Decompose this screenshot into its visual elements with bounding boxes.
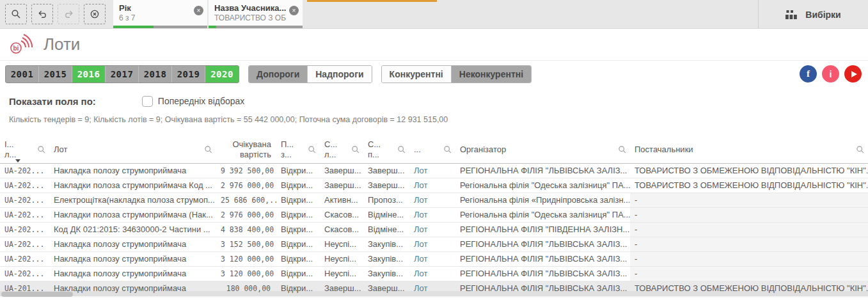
cell-procedure-status[interactable]: Відміне... [363,222,409,237]
cell-lot[interactable]: Накладка полозу струмоприймача [49,163,216,178]
column-header-suppliers[interactable]: Постачальники [630,136,868,163]
cell-procedure[interactable]: Відкри... [276,193,320,207]
cell-lot[interactable]: Накладка полозу струмоприймача [49,251,216,266]
cell-lot-status[interactable]: Активн... [320,193,363,207]
selections-tool-button[interactable]: Вибірки [758,0,868,29]
column-search-icon[interactable] [37,145,46,154]
cell-lot-status[interactable]: Скасов... [320,222,363,237]
cell-procedure[interactable]: Відкри... [276,207,320,222]
cell-procedure[interactable]: Відкри... [276,251,320,266]
column-header-lot-status[interactable]: С...л... [320,136,363,163]
column-search-icon[interactable] [856,145,865,154]
column-search-icon[interactable] [351,145,360,154]
column-header-expected-value[interactable]: Очікуванавартість [216,136,276,163]
cell-lot-id[interactable]: UA-202... [0,178,49,193]
cell-organizer[interactable]: РЕГІОНАЛЬНА ФІЛІЯ "ЛЬВІВСЬКА ЗАЛІЗ... [455,163,630,178]
lot-link[interactable]: Лот [409,251,455,266]
column-header-procedure-status[interactable]: С...п... [363,136,409,163]
lot-link[interactable]: Лот [409,207,455,222]
year-button-2015[interactable]: 2015 [39,66,72,83]
threshold-button[interactable]: Надпороги [307,66,371,83]
cell-suppliers[interactable]: - [630,207,868,222]
filter-chip[interactable]: Назва Учасника...ТОВАРИСТВО З ОБ...× [209,0,303,28]
clear-selections-button[interactable] [84,4,106,24]
cell-lot[interactable]: Накладка полозу струмоприймача [49,266,216,281]
chip-close-icon[interactable]: × [289,6,299,15]
column-search-icon[interactable] [618,145,627,154]
column-header-organizer[interactable]: Організатор [455,136,630,163]
column-header-more[interactable]: ... [409,136,455,163]
cell-suppliers[interactable]: - [630,222,868,237]
cell-procedure[interactable]: Відкри... [276,237,320,251]
cell-procedure-status[interactable]: Відміне... [363,207,409,222]
cell-suppliers[interactable]: - [630,266,868,281]
table-row[interactable]: UA-202...Код ДК 021:2015: 34630000-2 Час… [0,222,868,237]
cell-lot-status[interactable]: Неуспі... [320,237,363,251]
cell-lot-status[interactable]: Неуспі... [320,251,363,266]
lot-link[interactable]: Лот [409,178,455,193]
competition-button[interactable]: Неконкурентні [451,66,531,83]
cell-procedure-status[interactable]: Пропоз... [363,193,409,207]
cell-organizer[interactable]: РЕГІОНАЛЬНА ФІЛІЯ "ЛЬВІВСЬКА ЗАЛІЗ... [455,251,630,266]
step-forward-button[interactable] [58,4,79,24]
cell-procedure[interactable]: Відкри... [276,266,320,281]
cell-lot-status[interactable]: Заверш... [320,163,363,178]
year-button-2018[interactable]: 2018 [139,66,172,83]
cell-organizer[interactable]: Регіональна філія «Придніпровська залізн… [455,193,630,207]
cell-procedure-status[interactable]: Заверш... [363,178,409,193]
lot-link[interactable]: Лот [409,193,455,207]
filter-chip[interactable]: Рік6 з 7× [113,0,207,28]
cell-procedure[interactable]: Відкри... [276,163,320,178]
cell-lot[interactable]: Накладка полозу струмоприймача [49,237,216,251]
info-icon[interactable]: i [822,65,839,83]
competition-button[interactable]: Конкурентні [382,66,451,83]
table-row[interactable]: UA-202...Накладка полозу струмоприймача3… [0,251,868,266]
cell-lot[interactable]: Накладки полоза струмоприймача Код ... [49,178,216,193]
cell-lot-status[interactable]: Заверш... [320,178,363,193]
scrollbar-thumb[interactable] [1,292,73,297]
prev-selections-checkbox[interactable] [142,96,153,107]
facebook-icon[interactable]: f [800,65,817,83]
cell-procedure-status[interactable]: Закупів... [363,237,409,251]
column-header-lot[interactable]: Лот [49,136,216,163]
cell-procedure[interactable]: Відкри... [276,178,320,193]
cell-lot[interactable]: Електрощітка(накладка полоза струмоп... [49,193,216,207]
column-search-icon[interactable] [397,145,406,154]
youtube-icon[interactable] [844,65,862,83]
cell-lot-id[interactable]: UA-202... [0,237,49,251]
cell-organizer[interactable]: Регіональна філія "Одеська залізниця" ПА… [455,178,630,193]
cell-suppliers[interactable]: ТОВАРИСТВО З ОБМЕЖЕНОЮ ВІДПОВІДАЛЬНІСТЮ … [630,178,868,193]
cell-lot-id[interactable]: UA-202... [0,163,49,178]
horizontal-scrollbar[interactable] [0,291,868,297]
lot-link[interactable]: Лот [409,266,455,281]
column-header-lot-id[interactable]: І...л... [0,136,49,163]
column-search-icon[interactable] [443,145,452,154]
cell-procedure-status[interactable]: Закупів... [363,266,409,281]
cell-procedure[interactable]: Відкри... [276,222,320,237]
cell-suppliers[interactable]: - [630,193,868,207]
year-button-2017[interactable]: 2017 [106,66,139,83]
year-button-2019[interactable]: 2019 [172,66,205,83]
cell-procedure-status[interactable]: Закупів... [363,251,409,266]
year-button-2016[interactable]: 2016 [72,66,106,83]
table-row[interactable]: UA-202...Накладки полоза струмоприймача … [0,178,868,193]
cell-lot-id[interactable]: UA-202... [0,222,49,237]
table-row[interactable]: UA-202...Електрощітка(накладка полоза ст… [0,193,868,207]
table-row[interactable]: UA-202...Накладка полозу струмоприймача3… [0,266,868,281]
chip-close-icon[interactable]: × [194,6,203,15]
cell-suppliers[interactable]: ТОВАРИСТВО З ОБМЕЖЕНОЮ ВІДПОВІДАЛЬНІСТЮ … [630,163,868,178]
column-header-procedure[interactable]: П...з... [276,136,320,163]
cell-lot-id[interactable]: UA-202... [0,193,49,207]
cell-lot-status[interactable]: Скасов... [320,207,363,222]
lot-link[interactable]: Лот [409,222,455,237]
cell-lot-status[interactable]: Неуспі... [320,266,363,281]
cell-organizer[interactable]: Регіональна філія "Одеська залізниця" ПА… [455,207,630,222]
smart-search-button[interactable] [5,4,27,24]
cell-organizer[interactable]: РЕГІОНАЛЬНА ФІЛІЯ "ПІВДЕННА ЗАЛІЗН... [455,222,630,237]
cell-lot-id[interactable]: UA-202... [0,266,49,281]
column-search-icon[interactable] [308,145,317,154]
year-button-2020[interactable]: 2020 [205,66,239,83]
table-row[interactable]: UA-202...Накладки полоза струмоприймача … [0,207,868,222]
threshold-button[interactable]: Допороги [249,66,307,83]
cell-lot[interactable]: Код ДК 021:2015: 34630000-2 Частини ... [49,222,216,237]
